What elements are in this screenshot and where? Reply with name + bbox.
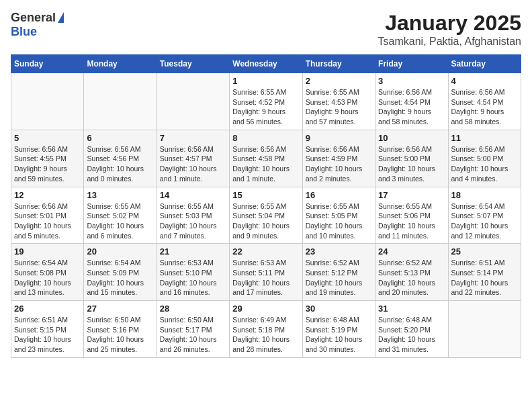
day-info: Sunrise: 6:55 AMSunset: 5:02 PMDaylight:… — [87, 201, 153, 241]
title-block: January 2025 Tsamkani, Paktia, Afghanist… — [378, 11, 521, 48]
day-info: Sunrise: 6:56 AMSunset: 4:54 PMDaylight:… — [451, 87, 518, 127]
day-info: Sunrise: 6:55 AMSunset: 4:53 PMDaylight:… — [306, 87, 372, 127]
day-info: Sunrise: 6:54 AMSunset: 5:09 PMDaylight:… — [87, 258, 153, 298]
day-info: Sunrise: 6:55 AMSunset: 5:03 PMDaylight:… — [160, 201, 226, 241]
calendar-cell: 23Sunrise: 6:52 AMSunset: 5:12 PMDayligh… — [302, 244, 375, 301]
calendar-cell: 7Sunrise: 6:56 AMSunset: 4:57 PMDaylight… — [157, 130, 229, 187]
calendar-cell: 11Sunrise: 6:56 AMSunset: 5:00 PMDayligh… — [448, 130, 521, 187]
calendar-cell — [84, 73, 157, 130]
calendar-cell: 30Sunrise: 6:48 AMSunset: 5:19 PMDayligh… — [302, 301, 375, 358]
calendar-cell: 29Sunrise: 6:49 AMSunset: 5:18 PMDayligh… — [230, 301, 302, 358]
weekday-header-thursday: Thursday — [302, 55, 375, 73]
day-info: Sunrise: 6:55 AMSunset: 5:06 PMDaylight:… — [378, 201, 445, 241]
calendar-cell: 8Sunrise: 6:56 AMSunset: 4:58 PMDaylight… — [230, 130, 302, 187]
calendar-cell: 16Sunrise: 6:55 AMSunset: 5:05 PMDayligh… — [302, 187, 375, 244]
day-info: Sunrise: 6:56 AMSunset: 4:58 PMDaylight:… — [232, 144, 299, 184]
day-info: Sunrise: 6:56 AMSunset: 4:56 PMDaylight:… — [87, 144, 153, 184]
day-number: 10 — [378, 133, 445, 143]
weekday-header-friday: Friday — [375, 55, 448, 73]
calendar-cell: 28Sunrise: 6:50 AMSunset: 5:17 PMDayligh… — [157, 301, 229, 358]
day-info: Sunrise: 6:49 AMSunset: 5:18 PMDaylight:… — [232, 315, 299, 355]
day-number: 3 — [378, 76, 445, 86]
logo-general-text: General — [11, 11, 56, 25]
calendar-week-3: 12Sunrise: 6:56 AMSunset: 5:01 PMDayligh… — [11, 187, 521, 244]
calendar-week-5: 26Sunrise: 6:51 AMSunset: 5:15 PMDayligh… — [11, 301, 521, 358]
day-number: 31 — [378, 304, 445, 314]
calendar-cell — [157, 73, 229, 130]
day-info: Sunrise: 6:56 AMSunset: 5:00 PMDaylight:… — [451, 144, 518, 184]
day-info: Sunrise: 6:56 AMSunset: 4:54 PMDaylight:… — [378, 87, 445, 127]
day-number: 23 — [306, 246, 372, 257]
calendar-cell: 17Sunrise: 6:55 AMSunset: 5:06 PMDayligh… — [375, 187, 448, 244]
day-number: 22 — [232, 246, 299, 257]
day-number: 2 — [306, 76, 372, 86]
day-number: 7 — [160, 133, 226, 143]
day-number: 6 — [87, 133, 153, 143]
calendar-body: 1Sunrise: 6:55 AMSunset: 4:52 PMDaylight… — [11, 73, 521, 358]
calendar-cell: 18Sunrise: 6:54 AMSunset: 5:07 PMDayligh… — [448, 187, 521, 244]
day-number: 1 — [232, 76, 299, 86]
calendar-cell: 6Sunrise: 6:56 AMSunset: 4:56 PMDaylight… — [84, 130, 157, 187]
day-number: 17 — [378, 190, 445, 200]
day-number: 11 — [451, 133, 518, 143]
logo-triangle-icon — [58, 12, 64, 23]
day-number: 4 — [451, 76, 518, 86]
day-info: Sunrise: 6:51 AMSunset: 5:14 PMDaylight:… — [451, 258, 518, 298]
calendar-cell: 3Sunrise: 6:56 AMSunset: 4:54 PMDaylight… — [375, 73, 448, 130]
calendar-cell: 14Sunrise: 6:55 AMSunset: 5:03 PMDayligh… — [157, 187, 229, 244]
weekday-header-saturday: Saturday — [448, 55, 521, 73]
calendar-cell: 24Sunrise: 6:52 AMSunset: 5:13 PMDayligh… — [375, 244, 448, 301]
day-info: Sunrise: 6:55 AMSunset: 5:04 PMDaylight:… — [232, 201, 299, 241]
day-number: 27 — [87, 304, 153, 314]
day-info: Sunrise: 6:52 AMSunset: 5:13 PMDaylight:… — [378, 258, 445, 298]
day-info: Sunrise: 6:56 AMSunset: 5:00 PMDaylight:… — [378, 144, 445, 184]
day-info: Sunrise: 6:56 AMSunset: 4:59 PMDaylight:… — [306, 144, 372, 184]
calendar-cell: 2Sunrise: 6:55 AMSunset: 4:53 PMDaylight… — [302, 73, 375, 130]
month-title: January 2025 — [378, 11, 521, 36]
calendar-cell — [11, 73, 84, 130]
calendar-cell: 22Sunrise: 6:53 AMSunset: 5:11 PMDayligh… — [230, 244, 302, 301]
calendar-week-2: 5Sunrise: 6:56 AMSunset: 4:55 PMDaylight… — [11, 130, 521, 187]
calendar-cell: 25Sunrise: 6:51 AMSunset: 5:14 PMDayligh… — [448, 244, 521, 301]
calendar-cell: 19Sunrise: 6:54 AMSunset: 5:08 PMDayligh… — [11, 244, 84, 301]
day-info: Sunrise: 6:50 AMSunset: 5:17 PMDaylight:… — [160, 315, 226, 355]
day-info: Sunrise: 6:55 AMSunset: 4:52 PMDaylight:… — [232, 87, 299, 127]
weekday-header-tuesday: Tuesday — [157, 55, 229, 73]
day-number: 14 — [160, 190, 226, 200]
day-number: 9 — [306, 133, 372, 143]
weekday-header-sunday: Sunday — [11, 55, 84, 73]
day-info: Sunrise: 6:54 AMSunset: 5:08 PMDaylight:… — [14, 258, 81, 298]
calendar-cell: 5Sunrise: 6:56 AMSunset: 4:55 PMDaylight… — [11, 130, 84, 187]
day-number: 28 — [160, 304, 226, 314]
calendar-cell: 13Sunrise: 6:55 AMSunset: 5:02 PMDayligh… — [84, 187, 157, 244]
weekday-header-row: SundayMondayTuesdayWednesdayThursdayFrid… — [11, 55, 521, 73]
day-number: 16 — [306, 190, 372, 200]
logo: General Blue — [11, 11, 64, 39]
weekday-header-wednesday: Wednesday — [230, 55, 302, 73]
calendar-cell: 9Sunrise: 6:56 AMSunset: 4:59 PMDaylight… — [302, 130, 375, 187]
day-number: 25 — [451, 246, 518, 257]
weekday-header-monday: Monday — [84, 55, 157, 73]
calendar-week-1: 1Sunrise: 6:55 AMSunset: 4:52 PMDaylight… — [11, 73, 521, 130]
calendar-cell: 26Sunrise: 6:51 AMSunset: 5:15 PMDayligh… — [11, 301, 84, 358]
day-number: 30 — [306, 304, 372, 314]
calendar-cell: 10Sunrise: 6:56 AMSunset: 5:00 PMDayligh… — [375, 130, 448, 187]
calendar-cell: 20Sunrise: 6:54 AMSunset: 5:09 PMDayligh… — [84, 244, 157, 301]
calendar-cell: 1Sunrise: 6:55 AMSunset: 4:52 PMDaylight… — [230, 73, 302, 130]
day-info: Sunrise: 6:50 AMSunset: 5:16 PMDaylight:… — [87, 315, 153, 355]
day-number: 29 — [232, 304, 299, 314]
calendar-cell: 4Sunrise: 6:56 AMSunset: 4:54 PMDaylight… — [448, 73, 521, 130]
day-info: Sunrise: 6:56 AMSunset: 5:01 PMDaylight:… — [14, 201, 81, 241]
day-info: Sunrise: 6:56 AMSunset: 4:57 PMDaylight:… — [160, 144, 226, 184]
day-number: 15 — [232, 190, 299, 200]
calendar-cell: 21Sunrise: 6:53 AMSunset: 5:10 PMDayligh… — [157, 244, 229, 301]
day-info: Sunrise: 6:51 AMSunset: 5:15 PMDaylight:… — [14, 315, 81, 355]
day-info: Sunrise: 6:48 AMSunset: 5:20 PMDaylight:… — [378, 315, 445, 355]
day-number: 20 — [87, 246, 153, 257]
calendar-cell: 12Sunrise: 6:56 AMSunset: 5:01 PMDayligh… — [11, 187, 84, 244]
day-info: Sunrise: 6:55 AMSunset: 5:05 PMDaylight:… — [306, 201, 372, 241]
calendar-cell — [448, 301, 521, 358]
logo-blue-text: Blue — [11, 25, 37, 38]
day-info: Sunrise: 6:53 AMSunset: 5:11 PMDaylight:… — [232, 258, 299, 298]
day-info: Sunrise: 6:52 AMSunset: 5:12 PMDaylight:… — [306, 258, 372, 298]
